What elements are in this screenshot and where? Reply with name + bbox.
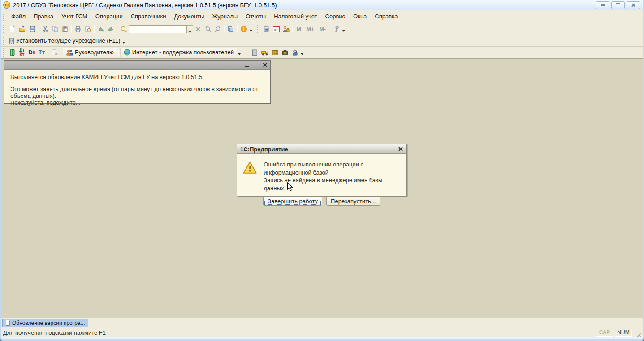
menu-item-directories[interactable]: Справочники xyxy=(127,11,170,22)
dropdown-arrow-icon[interactable] xyxy=(238,53,241,55)
toolbar-grip[interactable] xyxy=(3,37,5,45)
warning-icon xyxy=(242,159,257,176)
tt-button[interactable]: Тт xyxy=(37,48,47,57)
dt-kt-postings-button[interactable]: ДтКт xyxy=(17,48,27,57)
error-dialog-buttons: Завершить работу Перезапустить... xyxy=(237,197,406,206)
minimize-button[interactable] xyxy=(596,1,609,9)
menu-item-file[interactable]: Файл xyxy=(7,11,30,22)
close-icon[interactable] xyxy=(263,62,268,67)
copy-windows-button[interactable] xyxy=(226,24,236,34)
info-button[interactable] xyxy=(239,24,249,34)
operator-button[interactable] xyxy=(290,48,300,57)
minimize-icon[interactable] xyxy=(245,66,249,67)
menu-item-operations[interactable]: Операции xyxy=(91,11,127,22)
restart-button[interactable]: Перезапустить... xyxy=(326,197,380,206)
find-next-icon xyxy=(204,26,212,33)
dk-icon: DК xyxy=(28,49,35,55)
operator-headset-icon xyxy=(291,49,298,56)
service-settings-button[interactable] xyxy=(332,24,341,34)
find-previous-icon xyxy=(214,26,221,33)
dropdown-arrow-icon[interactable] xyxy=(301,53,303,55)
maximize-icon[interactable] xyxy=(254,63,258,67)
menu-item-help[interactable]: Справка xyxy=(371,11,402,22)
user-lock-icon xyxy=(282,26,290,33)
internet-support-button[interactable]: Интернет - поддержка пользователей xyxy=(120,48,237,57)
memory-add-button[interactable]: M+ xyxy=(304,24,317,34)
new-document-button[interactable] xyxy=(7,24,17,34)
memory-subtract-button[interactable]: M- xyxy=(317,24,328,34)
manager-button[interactable]: Руководителю xyxy=(63,48,117,57)
search-dropdown-button[interactable] xyxy=(187,25,193,33)
menu-item-journals[interactable]: Журналы xyxy=(208,11,242,22)
calculation-button[interactable] xyxy=(250,48,259,57)
toolbar-grip[interactable] xyxy=(3,13,5,21)
taskbar-tab-update[interactable]: Обновление версии програ... xyxy=(2,319,88,327)
error-dialog-titlebar: 1С:Предприятие xyxy=(237,144,406,154)
set-institution-button[interactable]: Установить текущее учреждение (F11) xyxy=(7,36,121,46)
update-window-titlebar xyxy=(4,61,270,70)
paste-icon xyxy=(61,26,69,33)
search-input[interactable] xyxy=(129,25,187,33)
calculator-icon xyxy=(263,26,270,33)
manager-label: Руководителю xyxy=(75,49,114,56)
internet-support-label: Интернет - поддержка пользователей xyxy=(132,49,234,56)
warehouse-button[interactable] xyxy=(270,48,280,57)
application-window: 1С 2017 / ОБУЗ "Беловская ЦРБ" / Сиденко… xyxy=(0,0,644,341)
new-document-icon xyxy=(9,26,16,33)
print-button[interactable] xyxy=(73,24,83,34)
find-next-button[interactable] xyxy=(203,24,213,34)
toolbar-grip[interactable] xyxy=(3,48,5,57)
close-button[interactable] xyxy=(627,1,640,9)
document-icon xyxy=(5,320,10,326)
save-button[interactable] xyxy=(27,24,37,34)
dropdown-arrow-icon[interactable] xyxy=(122,42,125,44)
error-message-line1: Ошибка при выполнении операции с информа… xyxy=(264,161,402,176)
menu-item-edit[interactable]: Правка xyxy=(30,11,57,22)
memory-recall-button[interactable]: M xyxy=(294,24,304,34)
dropdown-arrow-icon xyxy=(189,31,191,33)
open-button[interactable] xyxy=(17,24,27,34)
resize-grip[interactable] xyxy=(635,331,641,337)
toolbar-grip[interactable] xyxy=(3,25,5,33)
toolbar-grip[interactable] xyxy=(257,25,259,33)
calendar-button[interactable]: 31 xyxy=(271,24,281,34)
calculator-button[interactable] xyxy=(261,24,271,34)
separator xyxy=(330,25,330,33)
quit-button[interactable]: Завершить работу xyxy=(263,197,322,206)
toolbar-grip[interactable] xyxy=(245,48,247,57)
menu-item-documents[interactable]: Документы xyxy=(170,11,208,22)
app-logo-icon: 1С xyxy=(3,1,10,9)
cut-button[interactable] xyxy=(40,24,50,34)
find-previous-button[interactable] xyxy=(213,24,223,34)
ledger-button[interactable] xyxy=(7,48,17,57)
menu-item-tax-accounting[interactable]: Налоговый учет xyxy=(270,11,321,22)
back-button[interactable] xyxy=(96,24,106,34)
dropdown-arrow-icon[interactable] xyxy=(342,30,345,32)
dk-button[interactable]: DК xyxy=(27,48,37,57)
menu-item-service[interactable]: Сервис xyxy=(321,11,350,22)
dialog-close-button[interactable] xyxy=(398,146,403,152)
clear-search-button[interactable] xyxy=(193,24,203,34)
error-message: Ошибка при выполнении операции с информа… xyxy=(264,159,402,192)
copy-button[interactable] xyxy=(50,24,60,34)
print-preview-button[interactable] xyxy=(83,24,93,34)
menu-item-windows[interactable]: Окна xyxy=(349,11,371,22)
briefcase-button[interactable] xyxy=(280,48,290,57)
menu-item-reports[interactable]: Отчеты xyxy=(242,11,270,22)
search-button[interactable] xyxy=(119,24,129,34)
separator xyxy=(117,25,117,33)
user-permissions-button[interactable] xyxy=(281,24,291,34)
taskbar-tab-label: Обновление версии програ... xyxy=(12,320,85,326)
paste-button[interactable] xyxy=(60,24,70,34)
menu-item-fuel-accounting[interactable]: Учет ГСМ xyxy=(57,11,91,22)
dropdown-arrow-icon[interactable] xyxy=(250,30,252,32)
transport-button[interactable] xyxy=(259,48,270,57)
menu-bar: Файл Правка Учет ГСМ Операции Справочник… xyxy=(1,10,643,23)
minimize-icon xyxy=(601,4,605,6)
maximize-button[interactable] xyxy=(611,1,625,9)
manager-people-icon xyxy=(66,49,73,56)
forward-button[interactable] xyxy=(106,24,116,34)
separator xyxy=(61,48,61,57)
document-check-button[interactable] xyxy=(50,48,60,57)
workspace: Выполняется обновление КАМИН:Учет ГСМ дл… xyxy=(1,58,643,318)
